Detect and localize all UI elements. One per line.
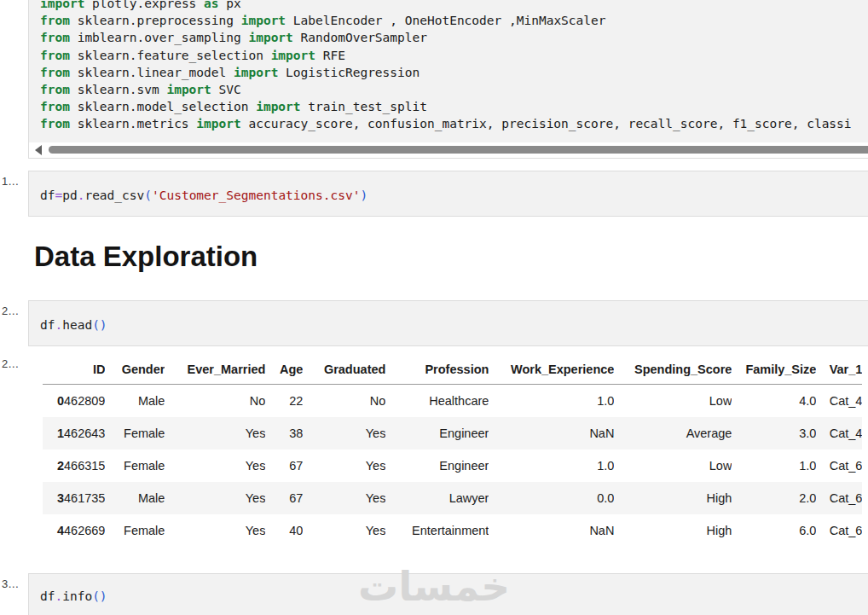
code-token-kw: from	[40, 66, 70, 79]
code-token-pl: sklearn.svm	[70, 83, 167, 96]
code-token-kw: import	[256, 100, 300, 113]
code-cell-info[interactable]: df.info()	[28, 573, 868, 615]
scroll-left-arrow-icon[interactable]	[35, 145, 42, 155]
table-cell: No	[303, 385, 385, 418]
code-line: df.head()	[40, 316, 868, 334]
table-cell: High	[614, 482, 732, 514]
scrollbar-thumb[interactable]	[49, 146, 868, 154]
code-token-kw: import	[40, 0, 84, 10]
table-header: Gender	[105, 354, 165, 385]
code-cell-head[interactable]: df.head()	[28, 300, 868, 346]
code-token-kw: from	[40, 83, 70, 96]
table-cell: Engineer	[385, 450, 489, 482]
table-cell: 466315	[64, 450, 105, 482]
code-token-paren: )	[360, 189, 367, 202]
code-token-pl: sklearn.model_selection	[70, 100, 256, 113]
table-cell: Engineer	[385, 417, 489, 450]
code-editor-imports[interactable]: import plotly.express as pxfrom sklearn.…	[29, 0, 868, 133]
code-token-paren: (	[92, 318, 100, 332]
code-token-pl: info	[62, 589, 92, 603]
code-token-pl: head	[62, 318, 92, 332]
table-cell: 67	[265, 482, 303, 514]
table-cell: 462669	[64, 514, 105, 547]
code-line: from imblearn.over_sampling import Rando…	[40, 29, 868, 46]
code-token-kw: import	[196, 117, 240, 131]
table-cell: Entertainment	[385, 514, 489, 547]
section-heading: Data Exploration	[34, 241, 258, 273]
table-cell: Yes	[165, 450, 265, 482]
dataframe-table: IDGenderEver_MarriedAgeGraduatedProfessi…	[43, 354, 862, 547]
table-header: Ever_Married	[165, 354, 265, 385]
code-token-pl: LabelEncoder , OneHotEncoder ,MinMaxScal…	[286, 14, 605, 27]
code-token-op: .	[55, 589, 62, 603]
table-cell: Average	[614, 417, 732, 450]
table-cell: Male	[105, 385, 165, 418]
table-cell: 1.0	[732, 450, 816, 482]
table-cell: Female	[105, 417, 165, 450]
output-execution-count-2: 2…	[2, 357, 19, 370]
code-line: df.info()	[40, 588, 868, 605]
table-cell: 462809	[64, 385, 105, 418]
code-editor-info[interactable]: df.info()	[29, 574, 868, 605]
code-editor-head[interactable]: df.head()	[29, 301, 868, 334]
code-token-str: 'Customer_Segmentations.csv'	[152, 189, 360, 202]
table-index-cell: 4	[43, 514, 64, 547]
code-token-kw: import	[271, 49, 315, 62]
code-token-pl: df	[40, 589, 55, 603]
table-header: Spending_Score	[614, 354, 732, 385]
code-token-pl: px	[219, 0, 241, 10]
dataframe-output: IDGenderEver_MarriedAgeGraduatedProfessi…	[43, 354, 862, 547]
code-token-kw: import	[166, 83, 211, 96]
code-token-pl: df	[40, 318, 55, 332]
table-cell: High	[614, 514, 732, 547]
table-row: 1462643FemaleYes38YesEngineerNaNAverage3…	[43, 417, 862, 450]
table-cell: 461735	[64, 482, 105, 514]
code-token-pl: plotly.express	[84, 0, 204, 10]
table-cell: Yes	[165, 514, 265, 547]
table-cell: 2.0	[732, 482, 816, 514]
code-cell-read-csv[interactable]: df=pd.read_csv('Customer_Segmentations.c…	[28, 171, 868, 217]
horizontal-scrollbar[interactable]	[29, 142, 868, 158]
table-cell: Female	[105, 514, 165, 547]
code-token-kw: from	[40, 31, 70, 44]
code-token-paren: (	[92, 589, 100, 603]
table-cell: 1.0	[489, 385, 614, 418]
code-line: from sklearn.linear_model import Logisti…	[40, 64, 868, 81]
code-line: from sklearn.metrics import accuracy_sco…	[40, 115, 868, 132]
code-line: from sklearn.model_selection import trai…	[40, 98, 868, 115]
table-cell: 67	[265, 450, 303, 482]
code-token-kw: import	[234, 66, 278, 79]
table-cell: Low	[614, 450, 732, 482]
table-cell: No	[165, 385, 265, 418]
code-token-kw: from	[40, 117, 70, 131]
table-row: 3461735MaleYes67YesLawyer0.0High2.0Cat_6	[43, 482, 862, 514]
table-row: 2466315FemaleYes67YesEngineer1.0Low1.0Ca…	[43, 450, 862, 482]
code-line: from sklearn.feature_selection import RF…	[40, 47, 868, 64]
table-cell: Yes	[303, 417, 385, 450]
table-cell: Yes	[165, 482, 265, 514]
code-token-paren: )	[100, 589, 107, 603]
table-index-cell: 1	[43, 417, 64, 450]
code-token-pl: accuracy_score, confusion_matrix, precis…	[241, 117, 852, 131]
code-editor-read-csv[interactable]: df=pd.read_csv('Customer_Segmentations.c…	[29, 171, 868, 204]
code-token-pl: imblearn.over_sampling	[70, 31, 249, 44]
code-line: import plotly.express as px	[40, 0, 868, 12]
code-token-kw: import	[248, 31, 292, 44]
code-cell-imports[interactable]: import plotly.express as pxfrom sklearn.…	[28, 0, 868, 159]
code-token-paren: )	[100, 318, 107, 332]
code-token-kw: from	[40, 14, 70, 27]
table-index-cell: 3	[43, 482, 64, 514]
table-cell: Yes	[165, 417, 265, 450]
code-line: from sklearn.svm import SVC	[40, 81, 868, 98]
code-token-op: =	[55, 189, 62, 202]
table-cell: 22	[265, 385, 303, 418]
table-cell: 3.0	[732, 417, 816, 450]
code-token-pl: read_csv	[84, 189, 144, 202]
table-header: Work_Experience	[489, 354, 614, 385]
execution-count-2: 2…	[2, 305, 19, 317]
table-cell: 38	[265, 417, 303, 450]
table-cell: Female	[105, 450, 165, 482]
table-cell: Lawyer	[385, 482, 489, 514]
table-cell: Cat_4	[816, 417, 862, 450]
table-header: Family_Size	[732, 354, 816, 385]
